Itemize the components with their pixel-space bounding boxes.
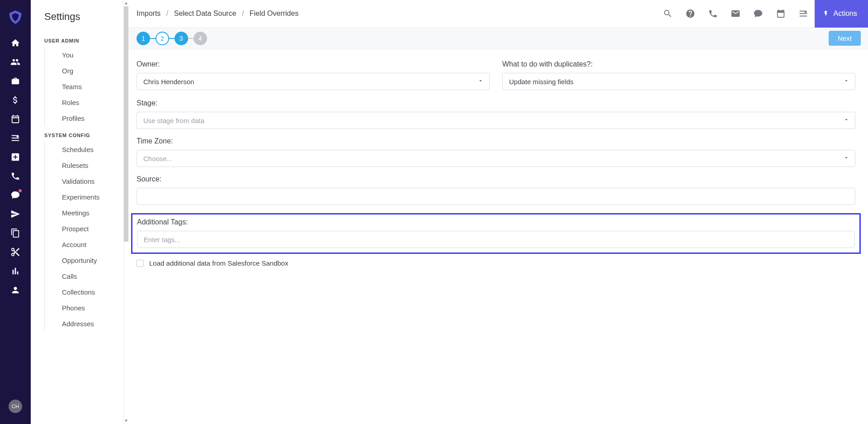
scrollbar-thumb[interactable] [124, 6, 128, 242]
nav-user-icon[interactable] [6, 281, 24, 300]
step-connector [169, 38, 175, 39]
nav-add-icon[interactable] [6, 148, 24, 167]
sidebar-title: Settings [31, 9, 123, 32]
nav-briefcase-icon[interactable] [6, 71, 24, 91]
nav-tasks-icon[interactable] [6, 129, 24, 148]
timezone-placeholder: Choose... [143, 155, 172, 162]
chevron-down-icon [477, 78, 484, 86]
sidebar-item-account[interactable]: Account [44, 237, 123, 252]
sidebar-scrollbar[interactable] [124, 0, 128, 424]
breadcrumb: Imports / Select Data Source / Field Ove… [137, 10, 298, 18]
step-2[interactable]: 2 [156, 32, 169, 45]
sidebar-section-user-admin: USER ADMIN [31, 32, 123, 47]
actions-label: Actions [834, 10, 857, 18]
sidebar-item-rulesets[interactable]: Rulesets [44, 157, 123, 173]
scroll-down-icon[interactable] [124, 418, 128, 424]
duplicates-value: Update missing fields [509, 78, 574, 86]
sidebar-item-schedules[interactable]: Schedules [44, 142, 123, 157]
sidebar-item-teams[interactable]: Teams [44, 79, 123, 95]
timezone-label: Time Zone: [137, 137, 855, 145]
form-area: Owner: Chris Henderson What to do with d… [124, 49, 868, 424]
step-3[interactable]: 3 [175, 32, 188, 45]
duplicates-label: What to do with duplicates?: [502, 60, 855, 68]
source-label: Source: [137, 175, 855, 183]
calendar-icon[interactable] [769, 0, 792, 28]
timezone-select[interactable]: Choose... [137, 150, 855, 167]
nav-dollar-icon[interactable] [6, 91, 24, 110]
sidebar-section-system-config: SYSTEM CONFIG [31, 126, 123, 142]
nav-chart-icon[interactable] [6, 262, 24, 281]
user-avatar[interactable]: CH [9, 400, 22, 413]
actions-button[interactable]: Actions [815, 0, 868, 28]
sidebar-item-experiments[interactable]: Experiments [44, 189, 123, 205]
stage-label: Stage: [137, 99, 855, 107]
chat-icon[interactable] [747, 0, 769, 28]
tags-label: Additional Tags: [137, 218, 855, 226]
bolt-icon [823, 10, 829, 17]
stage-select[interactable]: Use stage from data [137, 112, 855, 129]
tags-input[interactable] [137, 231, 855, 248]
sidebar-item-opportunity[interactable]: Opportunity [44, 252, 123, 268]
sidebar-item-you[interactable]: You [44, 47, 123, 63]
sidebar-item-roles[interactable]: Roles [44, 95, 123, 110]
nav-send-icon[interactable] [6, 205, 24, 224]
salesforce-checkbox-label: Load additional data from Salesforce San… [149, 259, 288, 267]
chevron-down-icon [843, 78, 849, 86]
phone-icon[interactable] [702, 0, 724, 28]
sidebar-item-validations[interactable]: Validations [44, 173, 123, 189]
sidebar-item-calls[interactable]: Calls [44, 268, 123, 284]
next-button[interactable]: Next [829, 31, 861, 46]
help-icon[interactable] [679, 0, 702, 28]
duplicates-select[interactable]: Update missing fields [502, 73, 855, 90]
salesforce-checkbox[interactable] [137, 260, 144, 267]
breadcrumb-sep: / [166, 10, 168, 17]
mail-icon[interactable] [724, 0, 747, 28]
sidebar-item-addresses[interactable]: Addresses [44, 316, 123, 332]
breadcrumb-field-overrides[interactable]: Field Overrides [250, 10, 298, 17]
sidebar-item-profiles[interactable]: Profiles [44, 110, 123, 126]
tasks-icon[interactable] [792, 0, 815, 28]
owner-value: Chris Henderson [143, 78, 194, 86]
topbar: Imports / Select Data Source / Field Ove… [124, 0, 868, 28]
notification-dot-icon [19, 189, 22, 192]
settings-sidebar: Settings USER ADMIN You Org Teams Roles … [31, 0, 124, 424]
nav-home-icon[interactable] [6, 33, 24, 52]
owner-label: Owner: [137, 60, 490, 68]
step-4[interactable]: 4 [193, 32, 207, 45]
sidebar-item-phones[interactable]: Phones [44, 300, 123, 316]
stepper-bar: 1 2 3 4 Next [124, 28, 868, 49]
tags-highlight: Additional Tags: [131, 213, 861, 254]
nav-phone-icon[interactable] [6, 167, 24, 186]
sidebar-item-prospect[interactable]: Prospect [44, 221, 123, 237]
sidebar-item-collections[interactable]: Collections [44, 284, 123, 300]
nav-cut-icon[interactable] [6, 243, 24, 262]
nav-chat-icon[interactable] [6, 186, 24, 205]
source-input[interactable] [137, 188, 855, 205]
step-1[interactable]: 1 [137, 32, 150, 45]
step-connector [188, 38, 193, 39]
breadcrumb-imports[interactable]: Imports [137, 10, 160, 17]
sidebar-item-org[interactable]: Org [44, 63, 123, 79]
scroll-up-icon[interactable] [124, 0, 128, 6]
chevron-down-icon [843, 117, 849, 124]
breadcrumb-sep: / [242, 10, 244, 17]
sidebar-item-meetings[interactable]: Meetings [44, 205, 123, 221]
nav-calendar-icon[interactable] [6, 110, 24, 129]
nav-copy-icon[interactable] [6, 224, 24, 243]
app-logo[interactable] [7, 9, 24, 25]
breadcrumb-select-data-source[interactable]: Select Data Source [174, 10, 236, 17]
owner-select[interactable]: Chris Henderson [137, 73, 490, 90]
step-connector [150, 38, 156, 39]
search-icon[interactable] [656, 0, 679, 28]
stage-placeholder: Use stage from data [143, 117, 204, 124]
nav-people-icon[interactable] [6, 52, 24, 71]
chevron-down-icon [843, 155, 849, 162]
nav-rail: CH [0, 0, 31, 424]
